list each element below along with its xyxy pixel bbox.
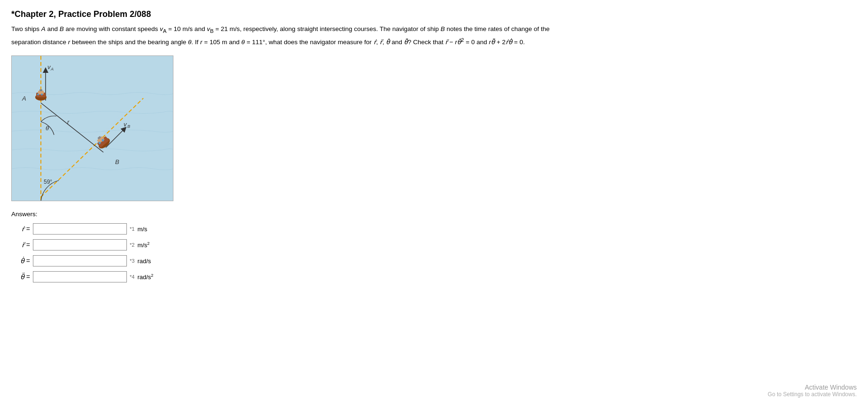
svg-text:B: B bbox=[115, 158, 119, 165]
problem-text: Two ships A and B are moving with consta… bbox=[11, 24, 763, 48]
input-rddot[interactable] bbox=[33, 239, 127, 250]
answer-row-thetadot: θ̇ = *3 rad/s bbox=[11, 255, 857, 266]
svg-rect-11 bbox=[39, 89, 42, 91]
svg-text:r: r bbox=[67, 118, 70, 125]
input-thetaddot[interactable] bbox=[33, 271, 127, 282]
answer-row-rdot: ṙ = *1 m/s bbox=[11, 223, 857, 235]
eq-thetadot: θ̇ = bbox=[11, 257, 30, 265]
superscript-2: *2 bbox=[130, 242, 134, 248]
svg-point-10 bbox=[41, 94, 43, 95]
problem-line2: separation distance r between the ships … bbox=[11, 39, 525, 46]
svg-text:θ: θ bbox=[46, 125, 49, 132]
diagram: v A A r θ v B B 59° bbox=[11, 55, 173, 201]
eq-thetaddot: θ̈ = bbox=[11, 273, 30, 281]
svg-text:A: A bbox=[50, 67, 54, 71]
svg-point-9 bbox=[37, 94, 39, 95]
input-thetadot[interactable] bbox=[33, 255, 127, 266]
eq-rddot: r̈ = bbox=[11, 241, 30, 249]
problem-line1: Two ships A and B are moving with consta… bbox=[11, 25, 549, 32]
unit-thetaddot: rad/s2 bbox=[137, 273, 153, 281]
superscript-4: *4 bbox=[130, 274, 134, 280]
superscript-3: *3 bbox=[130, 258, 134, 264]
svg-text:B: B bbox=[127, 124, 130, 129]
answer-row-thetaddot: θ̈ = *4 rad/s2 bbox=[11, 271, 857, 282]
unit-thetadot: rad/s bbox=[137, 258, 151, 265]
answers-label: Answers: bbox=[11, 211, 857, 218]
page-title: *Chapter 2, Practice Problem 2/088 bbox=[11, 9, 857, 19]
svg-rect-8 bbox=[38, 91, 44, 94]
input-rdot[interactable] bbox=[33, 223, 127, 235]
svg-text:A: A bbox=[22, 95, 26, 102]
unit-rddot: m/s2 bbox=[137, 241, 149, 249]
eq-rdot: ṙ = bbox=[11, 225, 30, 233]
svg-rect-0 bbox=[12, 56, 173, 201]
unit-rdot: m/s bbox=[137, 226, 147, 233]
answers-section: Answers: ṙ = *1 m/s r̈ = *2 m/s2 θ̇ = *3… bbox=[11, 211, 857, 282]
superscript-1: *1 bbox=[130, 226, 134, 232]
answer-row-rddot: r̈ = *2 m/s2 bbox=[11, 239, 857, 250]
